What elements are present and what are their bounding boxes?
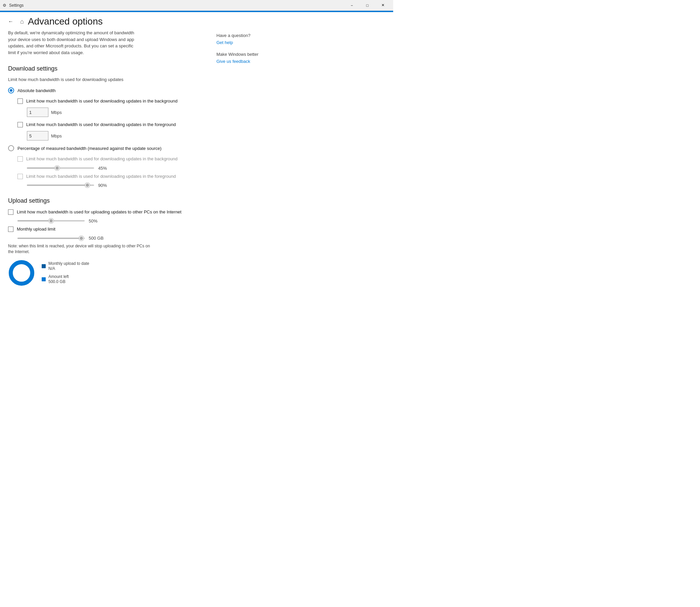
checkbox-bg-box xyxy=(18,99,23,104)
checkbox-bg-label: Limit how much bandwidth is used for dow… xyxy=(26,98,177,104)
checkbox-fg-box xyxy=(18,122,23,127)
fg-bandwidth-unit: Mbps xyxy=(51,133,62,139)
description-text: By default, we're dynamically optimizing… xyxy=(8,29,136,56)
slider-track-pct-fg[interactable] xyxy=(27,185,94,186)
bg-bandwidth-unit: Mbps xyxy=(51,110,62,115)
settings-icon: ⚙ xyxy=(3,3,6,8)
upload-note-text: Note: when this limit is reached, your d… xyxy=(8,243,156,255)
checkbox-monthly-label: Monthly upload limit xyxy=(17,226,56,232)
upload-settings-heading: Upload settings xyxy=(8,197,203,204)
checkbox-monthly[interactable]: Monthly upload limit xyxy=(8,226,203,232)
checkbox-pct-fg-box xyxy=(18,174,23,179)
legend-item-amount: Amount left 500.0 GB xyxy=(42,274,89,285)
get-help-link[interactable]: Get help xyxy=(216,40,284,45)
input-row-fg: Mbps xyxy=(27,131,203,141)
fg-bandwidth-input[interactable] xyxy=(27,131,48,141)
restore-button[interactable]: □ xyxy=(360,0,375,11)
slider-track-upload[interactable] xyxy=(18,220,85,222)
titlebar-controls: − □ ✕ xyxy=(344,0,390,11)
page-header: ← ⌂ Advanced options xyxy=(0,12,393,29)
input-row-bg: Mbps xyxy=(27,108,203,117)
legend-item-monthly: Monthly upload to date N/A xyxy=(42,261,89,272)
home-icon[interactable]: ⌂ xyxy=(20,18,24,25)
svg-point-1 xyxy=(11,262,32,284)
feedback-link[interactable]: Give us feedback xyxy=(216,59,284,64)
radio-group-download: Absolute bandwidth Limit how much bandwi… xyxy=(8,87,203,188)
radio-absolute-label: Absolute bandwidth xyxy=(18,88,56,93)
download-settings-heading: Download settings xyxy=(8,65,203,72)
slider-row-pct-bg: 45% xyxy=(18,166,203,171)
radio-percentage-label: Percentage of measured bandwidth (measur… xyxy=(18,146,162,151)
slider-section-upload: 50% xyxy=(18,218,203,224)
donut-chart xyxy=(8,259,35,286)
donut-container: Monthly upload to date N/A Amount left 5… xyxy=(8,259,203,286)
sidebar-question: Have a question? xyxy=(216,33,284,38)
radio-absolute[interactable]: Absolute bandwidth xyxy=(8,87,203,93)
slider-section-pct-bg: 45% xyxy=(18,166,203,171)
checkbox-pct-bg-box xyxy=(18,156,23,162)
titlebar-left: ⚙ Settings xyxy=(3,3,23,8)
minimize-button[interactable]: − xyxy=(344,0,360,11)
slider-value-monthly: 500 GB xyxy=(89,236,104,240)
page-title: Advanced options xyxy=(28,16,103,27)
sidebar-make-windows: Make Windows better xyxy=(216,52,284,57)
slider-row-pct-fg: 90% xyxy=(18,183,203,188)
slider-value-upload: 50% xyxy=(89,218,98,224)
slider-value-pct-bg: 45% xyxy=(98,166,107,171)
slider-track-pct-bg[interactable] xyxy=(27,167,94,169)
download-subtext: Limit how much bandwidth is used for dow… xyxy=(8,77,203,82)
back-button[interactable]: ← xyxy=(5,16,16,27)
checkbox-bg-download[interactable]: Limit how much bandwidth is used for dow… xyxy=(18,98,203,104)
slider-value-pct-fg: 90% xyxy=(98,183,107,188)
legend-text-monthly: Monthly upload to date N/A xyxy=(48,261,89,272)
slider-track-monthly[interactable] xyxy=(18,238,85,239)
legend-text-amount: Amount left 500.0 GB xyxy=(48,274,69,285)
checkbox-pct-fg: Limit how much bandwidth is used for dow… xyxy=(18,173,203,180)
checkbox-upload-label: Limit how much bandwidth is used for upl… xyxy=(17,209,182,215)
checkbox-fg-download[interactable]: Limit how much bandwidth is used for dow… xyxy=(18,122,203,128)
checkbox-upload-box xyxy=(8,209,14,215)
checkbox-upload[interactable]: Limit how much bandwidth is used for upl… xyxy=(8,209,203,215)
radio-absolute-circle xyxy=(8,87,14,93)
titlebar-title: Settings xyxy=(9,3,23,8)
upload-settings-section: Upload settings Limit how much bandwidth… xyxy=(8,197,203,286)
main-layout: By default, we're dynamically optimizing… xyxy=(0,29,393,286)
slider-row-upload: 50% xyxy=(18,218,203,224)
checkbox-fg-label: Limit how much bandwidth is used for dow… xyxy=(26,122,176,128)
sidebar: Have a question? Get help Make Windows b… xyxy=(216,29,284,286)
checkbox-pct-bg-label: Limit how much bandwidth is used for dow… xyxy=(26,156,177,162)
titlebar: ⚙ Settings − □ ✕ xyxy=(0,0,393,11)
slider-section-monthly: 500 GB xyxy=(18,236,203,240)
legend-dot-monthly xyxy=(42,264,46,268)
legend-dot-amount xyxy=(42,277,46,281)
slider-section-pct-fg: 90% xyxy=(18,183,203,188)
bg-bandwidth-input[interactable] xyxy=(27,108,48,117)
checkbox-pct-fg-label: Limit how much bandwidth is used for dow… xyxy=(26,173,176,180)
content-area: By default, we're dynamically optimizing… xyxy=(8,29,203,286)
close-button[interactable]: ✕ xyxy=(375,0,390,11)
slider-row-monthly: 500 GB xyxy=(18,236,203,240)
chart-legend: Monthly upload to date N/A Amount left 5… xyxy=(42,261,89,285)
checkbox-monthly-box xyxy=(8,227,14,232)
radio-percentage[interactable]: Percentage of measured bandwidth (measur… xyxy=(8,145,203,151)
radio-percentage-circle xyxy=(8,145,14,151)
checkbox-pct-bg: Limit how much bandwidth is used for dow… xyxy=(18,156,203,162)
